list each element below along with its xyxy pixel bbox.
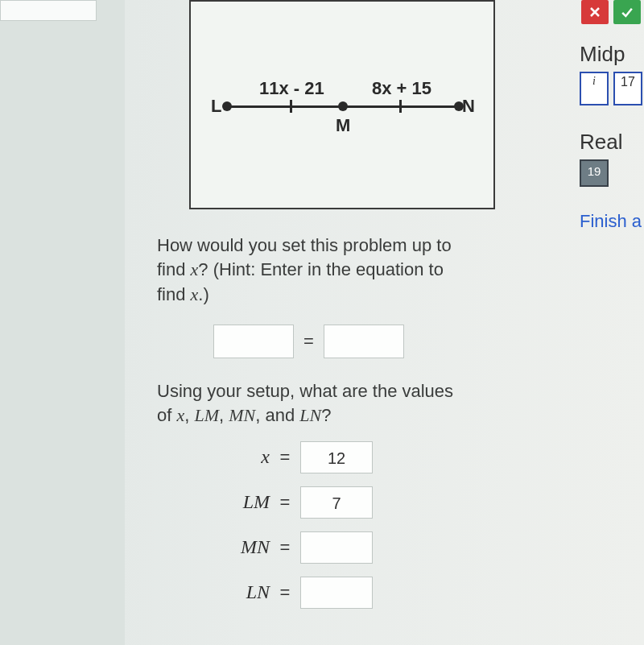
- answer-ln-label: LN: [205, 581, 270, 603]
- q1-line3-post: .): [198, 284, 208, 304]
- q1-line1: How would you set this problem up to: [157, 235, 452, 255]
- q1-line2-pre: find: [157, 259, 191, 279]
- topleft-box: [0, 0, 97, 21]
- equals-sign: =: [303, 331, 314, 352]
- point-m-label: M: [336, 115, 350, 136]
- tick-mark-1: [290, 100, 292, 113]
- midpoint-m: [338, 101, 348, 111]
- q1-line2-post: ? (Hint: Enter in the equation to: [198, 259, 444, 279]
- finish-link[interactable]: Finish a: [580, 211, 644, 232]
- q1-var-x-1: x: [191, 259, 199, 279]
- answer-ln-eq: =: [278, 582, 292, 603]
- answer-lm-label: LM: [205, 491, 270, 513]
- answer-x-input[interactable]: 12: [300, 441, 373, 473]
- answer-x-row: x = 12: [205, 441, 511, 473]
- x-icon: [587, 4, 603, 20]
- tile-19-label: 19: [588, 164, 601, 178]
- correct-button[interactable]: [613, 0, 641, 24]
- midpoint-tile-group: i 17: [580, 72, 644, 105]
- tick-mark-2: [399, 100, 402, 113]
- answer-ln-row: LN =: [205, 577, 511, 609]
- q2-var-lm: LM: [194, 405, 219, 425]
- check-icon: [619, 4, 635, 20]
- q2-line2-post: ?: [321, 405, 331, 425]
- equation-setup-row: =: [213, 325, 511, 358]
- equation-lhs-input[interactable]: [213, 325, 294, 358]
- tile-19[interactable]: 19: [580, 159, 609, 187]
- answer-lm-input[interactable]: 7: [300, 486, 373, 519]
- tile-17[interactable]: 17: [613, 72, 642, 105]
- left-margin-strip: [0, 0, 125, 645]
- q2-sep1: ,: [184, 405, 194, 425]
- q2-sep3: , and: [255, 405, 299, 425]
- q2-sep2: ,: [219, 405, 229, 425]
- question-values-text: Using your setup, what are the values of…: [157, 379, 511, 428]
- q1-line3-pre: find: [157, 284, 191, 304]
- q1-var-x-2: x: [191, 284, 199, 304]
- incorrect-button[interactable]: [581, 0, 609, 24]
- segment-drawing: 11x - 21 8x + 15 L N M: [211, 78, 477, 134]
- segment-mn-expression: 8x + 15: [372, 78, 431, 99]
- real-tile-group: 19: [580, 159, 644, 187]
- tile-17-label: 17: [621, 75, 635, 89]
- q2-line1: Using your setup, what are the values: [157, 381, 453, 401]
- q2-line2-pre: of: [157, 405, 176, 425]
- sidebar-title-midpoint: Midp: [580, 42, 644, 67]
- segment-lm-expression: 11x - 21: [259, 78, 324, 99]
- answer-mn-row: MN =: [205, 531, 511, 564]
- point-l-label: L: [211, 96, 221, 117]
- answer-mn-label: MN: [205, 536, 270, 558]
- answer-ln-input[interactable]: [300, 577, 373, 609]
- answer-lm-eq: =: [278, 492, 292, 513]
- question-setup-text: How would you set this problem up to fin…: [157, 234, 503, 307]
- tile-i[interactable]: i: [580, 72, 609, 105]
- q2-var-ln: LN: [299, 405, 321, 425]
- answer-x-label: x: [205, 446, 270, 468]
- answer-mn-input[interactable]: [300, 531, 373, 564]
- answer-x-eq: =: [278, 447, 292, 468]
- action-buttons-row: [580, 0, 644, 24]
- answer-mn-eq: =: [278, 537, 292, 558]
- q2-var-x: x: [176, 405, 184, 425]
- tile-i-label: i: [592, 75, 596, 88]
- sidebar-title-real: Real: [580, 130, 644, 155]
- q2-var-mn: MN: [229, 405, 255, 425]
- endpoint-l: [222, 101, 232, 111]
- main-content: 11x - 21 8x + 15 L N M How would you set…: [157, 0, 511, 609]
- endpoint-n: [454, 101, 464, 111]
- sidebar: Midp i 17 Real 19 Finish a: [580, 0, 644, 232]
- equation-rhs-input[interactable]: [324, 325, 404, 358]
- segment-figure: 11x - 21 8x + 15 L N M: [189, 0, 495, 209]
- answer-lm-row: LM = 7: [205, 486, 511, 519]
- point-n-label: N: [462, 96, 475, 117]
